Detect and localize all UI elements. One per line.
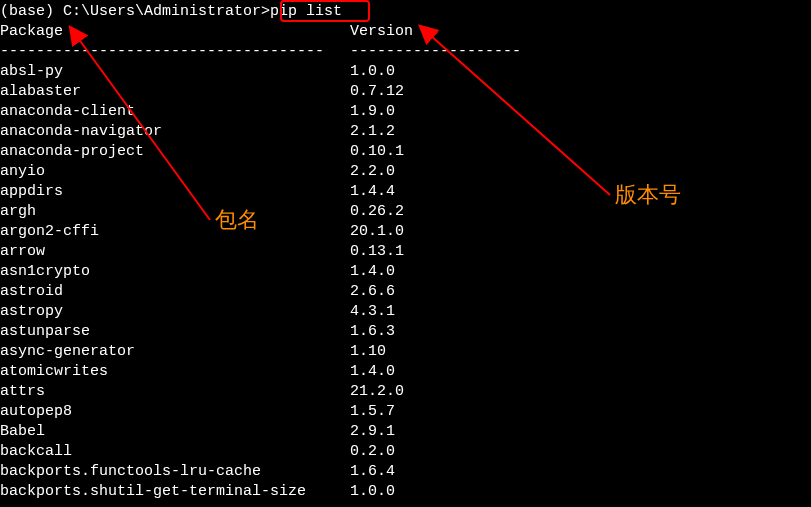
package-name-cell: alabaster bbox=[0, 82, 350, 102]
package-version-cell: 1.9.0 bbox=[350, 102, 395, 122]
table-row: asn1crypto1.4.0 bbox=[0, 262, 811, 282]
package-version-cell: 4.3.1 bbox=[350, 302, 395, 322]
package-name-cell: backcall bbox=[0, 442, 350, 462]
package-version-cell: 1.5.7 bbox=[350, 402, 395, 422]
divider-row: ------------------------------------ ---… bbox=[0, 42, 811, 62]
table-row: absl-py1.0.0 bbox=[0, 62, 811, 82]
package-version-cell: 1.4.0 bbox=[350, 262, 395, 282]
package-name-cell: anaconda-navigator bbox=[0, 122, 350, 142]
package-version-cell: 0.7.12 bbox=[350, 82, 404, 102]
package-list: absl-py1.0.0alabaster0.7.12anaconda-clie… bbox=[0, 62, 811, 502]
package-version-cell: 1.10 bbox=[350, 342, 386, 362]
package-version-cell: 2.6.6 bbox=[350, 282, 395, 302]
prompt-command: pip list bbox=[270, 3, 342, 20]
table-row: async-generator1.10 bbox=[0, 342, 811, 362]
package-version-cell: 2.2.0 bbox=[350, 162, 395, 182]
package-name-cell: anaconda-project bbox=[0, 142, 350, 162]
table-row: anyio2.2.0 bbox=[0, 162, 811, 182]
package-version-cell: 0.26.2 bbox=[350, 202, 404, 222]
table-row: backports.shutil-get-terminal-size1.0.0 bbox=[0, 482, 811, 502]
table-row: alabaster0.7.12 bbox=[0, 82, 811, 102]
divider-version: ------------------- bbox=[350, 42, 521, 62]
table-row: astroid2.6.6 bbox=[0, 282, 811, 302]
table-row: atomicwrites1.4.0 bbox=[0, 362, 811, 382]
table-row: Babel2.9.1 bbox=[0, 422, 811, 442]
table-row: attrs21.2.0 bbox=[0, 382, 811, 402]
package-name-cell: Babel bbox=[0, 422, 350, 442]
package-name-cell: appdirs bbox=[0, 182, 350, 202]
package-name-cell: autopep8 bbox=[0, 402, 350, 422]
package-name-cell: anaconda-client bbox=[0, 102, 350, 122]
header-package: Package bbox=[0, 22, 350, 42]
prompt-line: (base) C:\Users\Administrator>pip list bbox=[0, 2, 811, 22]
package-version-cell: 21.2.0 bbox=[350, 382, 404, 402]
table-row: argh0.26.2 bbox=[0, 202, 811, 222]
package-version-cell: 0.2.0 bbox=[350, 442, 395, 462]
package-version-cell: 2.9.1 bbox=[350, 422, 395, 442]
table-row: autopep81.5.7 bbox=[0, 402, 811, 422]
package-name-cell: astunparse bbox=[0, 322, 350, 342]
package-name-cell: astropy bbox=[0, 302, 350, 322]
header-row: Package Version bbox=[0, 22, 811, 42]
package-version-cell: 1.4.4 bbox=[350, 182, 395, 202]
package-name-cell: async-generator bbox=[0, 342, 350, 362]
table-row: anaconda-client1.9.0 bbox=[0, 102, 811, 122]
package-version-cell: 2.1.2 bbox=[350, 122, 395, 142]
package-name-cell: backports.shutil-get-terminal-size bbox=[0, 482, 350, 502]
package-version-cell: 1.0.0 bbox=[350, 62, 395, 82]
package-version-cell: 0.13.1 bbox=[350, 242, 404, 262]
table-row: backcall0.2.0 bbox=[0, 442, 811, 462]
table-row: appdirs1.4.4 bbox=[0, 182, 811, 202]
table-row: backports.functools-lru-cache1.6.4 bbox=[0, 462, 811, 482]
terminal-output: (base) C:\Users\Administrator>pip list P… bbox=[0, 0, 811, 504]
package-version-cell: 1.0.0 bbox=[350, 482, 395, 502]
package-name-cell: argon2-cffi bbox=[0, 222, 350, 242]
package-name-cell: backports.functools-lru-cache bbox=[0, 462, 350, 482]
package-name-cell: anyio bbox=[0, 162, 350, 182]
package-version-cell: 0.10.1 bbox=[350, 142, 404, 162]
table-row: astunparse1.6.3 bbox=[0, 322, 811, 342]
package-name-cell: attrs bbox=[0, 382, 350, 402]
package-version-cell: 1.4.0 bbox=[350, 362, 395, 382]
package-version-cell: 1.6.3 bbox=[350, 322, 395, 342]
prompt-prefix: (base) C:\Users\Administrator> bbox=[0, 3, 270, 20]
header-version: Version bbox=[350, 22, 413, 42]
table-row: anaconda-project0.10.1 bbox=[0, 142, 811, 162]
table-row: arrow0.13.1 bbox=[0, 242, 811, 262]
table-row: argon2-cffi20.1.0 bbox=[0, 222, 811, 242]
package-name-cell: astroid bbox=[0, 282, 350, 302]
package-version-cell: 20.1.0 bbox=[350, 222, 404, 242]
table-row: anaconda-navigator2.1.2 bbox=[0, 122, 811, 142]
package-name-cell: absl-py bbox=[0, 62, 350, 82]
package-name-cell: argh bbox=[0, 202, 350, 222]
table-row: astropy4.3.1 bbox=[0, 302, 811, 322]
package-name-cell: arrow bbox=[0, 242, 350, 262]
divider-package: ------------------------------------ bbox=[0, 42, 350, 62]
package-name-cell: asn1crypto bbox=[0, 262, 350, 282]
package-version-cell: 1.6.4 bbox=[350, 462, 395, 482]
package-name-cell: atomicwrites bbox=[0, 362, 350, 382]
